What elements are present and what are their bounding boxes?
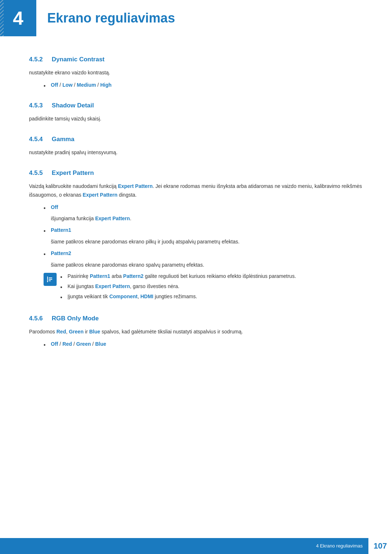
section-4-5-3-heading: 4.5.3 Shadow Detail [29, 100, 363, 110]
expert-pattern-ref-2: Expert Pattern [83, 192, 118, 198]
section-4-5-5: 4.5.5 Expert Pattern Vaizdą kalibruokite… [29, 168, 363, 303]
opt-off: Off [51, 82, 58, 88]
section-4-5-2-title: Dynamic Contrast [52, 56, 105, 63]
section-4-5-6-title: RGB Only Mode [52, 315, 99, 322]
svg-rect-3 [49, 278, 52, 278]
section-4-5-5-heading: 4.5.5 Expert Pattern [29, 168, 363, 178]
section-4-5-4-body: nustatykite pradinį spalvų intensyvumą. [29, 148, 363, 157]
pencil-icon [46, 275, 54, 283]
opt-high: High [100, 82, 111, 88]
content: 4.5.2 Dynamic Contrast nustatykite ekran… [0, 54, 392, 388]
section-4-5-6-options: Off / Red / Green / Blue [44, 340, 363, 349]
list-item-pattern1: Pattern1 [44, 226, 363, 235]
expert-pattern-ref-1: Expert Pattern [118, 183, 153, 189]
opt-off-rgb: Off [51, 341, 58, 347]
note-item-3: Įjungta veikiant tik Component, HDMI jun… [60, 292, 296, 301]
section-4-5-4-title: Gamma [52, 136, 74, 143]
opt-red: Red [62, 341, 72, 347]
list-item-pattern2: Pattern2 [44, 249, 363, 258]
pattern2-ref: Pattern2 [123, 273, 143, 279]
blue-ref: Blue [89, 329, 100, 335]
section-4-5-5-body: Vaizdą kalibruokite naudodami funkciją E… [29, 182, 363, 200]
list-item-off: Off [44, 203, 363, 212]
green-ref: Green [69, 329, 83, 335]
opt-off-ep: Off [51, 204, 58, 210]
opt-low: Low [62, 82, 73, 88]
opt-pattern1: Pattern1 [51, 227, 71, 233]
chapter-number-box: 4 [0, 0, 36, 36]
svg-rect-4 [49, 279, 52, 280]
expert-pattern-pattern2-list: Pattern2 [44, 249, 363, 258]
expert-pattern-ref-4: Expert Pattern [95, 283, 130, 289]
section-4-5-6-body: Parodomos Red, Green ir Blue spalvos, ka… [29, 328, 363, 336]
chapter-title-area: Ekrano reguliavimas [36, 0, 175, 36]
svg-rect-5 [49, 280, 51, 281]
note-item-2: Kai įjungtas Expert Pattern, garso išves… [60, 282, 296, 291]
section-4-5-4-heading: 4.5.4 Gamma [29, 134, 363, 144]
rgb-option-item: Off / Red / Green / Blue [44, 340, 363, 349]
chapter-title: Ekrano reguliavimas [47, 8, 175, 29]
option-item: Off / Low / Medium / High [44, 81, 363, 90]
section-4-5-5-title: Expert Pattern [52, 169, 94, 176]
section-4-5-5-num: 4.5.5 [29, 169, 43, 176]
section-4-5-2-num: 4.5.2 [29, 56, 43, 63]
opt-blue: Blue [95, 341, 106, 347]
footer-bar: 4 Ekrano reguliavimas 107 [310, 538, 392, 554]
section-4-5-2-options: Off / Low / Medium / High [44, 81, 363, 90]
off-description: išjungiama funkcija Expert Pattern. [51, 214, 363, 223]
section-4-5-3-body: padidinkite tamsių vaizdų skaisį. [29, 115, 363, 123]
opt-medium: Medium [77, 82, 96, 88]
expert-pattern-ref-3: Expert Pattern [95, 216, 130, 221]
note-item-1: Pasirinkę Pattern1 arba Pattern2 galite … [60, 272, 296, 281]
notes-row: Pasirinkę Pattern1 arba Pattern2 galite … [44, 272, 363, 302]
footer: 4 Ekrano reguliavimas 107 [0, 538, 392, 554]
red-ref: Red [56, 329, 66, 335]
section-4-5-6-num: 4.5.6 [29, 315, 43, 322]
section-4-5-2-heading: 4.5.2 Dynamic Contrast [29, 54, 363, 64]
svg-rect-1 [47, 276, 48, 280]
note-items-list: Pasirinkę Pattern1 arba Pattern2 galite … [60, 272, 296, 302]
expert-pattern-off-list: Off [44, 203, 363, 212]
expert-pattern-pattern1-list: Pattern1 [44, 226, 363, 235]
opt-green: Green [76, 341, 91, 347]
pattern2-description: šiame patikros ekrane parodomas ekrano s… [51, 261, 363, 270]
section-4-5-3: 4.5.3 Shadow Detail padidinkite tamsių v… [29, 100, 363, 123]
opt-pattern2: Pattern2 [51, 250, 71, 256]
section-4-5-2: 4.5.2 Dynamic Contrast nustatykite ekran… [29, 54, 363, 90]
section-4-5-3-num: 4.5.3 [29, 102, 43, 109]
footer-label: 4 Ekrano reguliavimas [310, 542, 369, 550]
section-4-5-3-title: Shadow Detail [52, 102, 94, 109]
chapter-number: 4 [13, 9, 24, 28]
svg-marker-2 [47, 280, 48, 281]
section-4-5-6-heading: 4.5.6 RGB Only Mode [29, 313, 363, 323]
page-container: 4 Ekrano reguliavimas 4.5.2 Dynamic Cont… [0, 0, 392, 554]
hdmi-ref: HDMI [140, 294, 154, 299]
section-4-5-4-num: 4.5.4 [29, 136, 43, 143]
header: 4 Ekrano reguliavimas [0, 0, 392, 36]
note-icon [44, 273, 57, 286]
pattern1-description: šiame patikros ekrane parodomas ekrano p… [51, 238, 363, 246]
pattern1-ref: Pattern1 [90, 273, 110, 279]
footer-page-number: 107 [368, 538, 392, 554]
section-4-5-2-body: nustatykite ekrano vaizdo kontrastą. [29, 69, 363, 77]
section-4-5-6: 4.5.6 RGB Only Mode Parodomos Red, Green… [29, 313, 363, 349]
component-ref: Component [109, 294, 138, 299]
section-4-5-4: 4.5.4 Gamma nustatykite pradinį spalvų i… [29, 134, 363, 157]
